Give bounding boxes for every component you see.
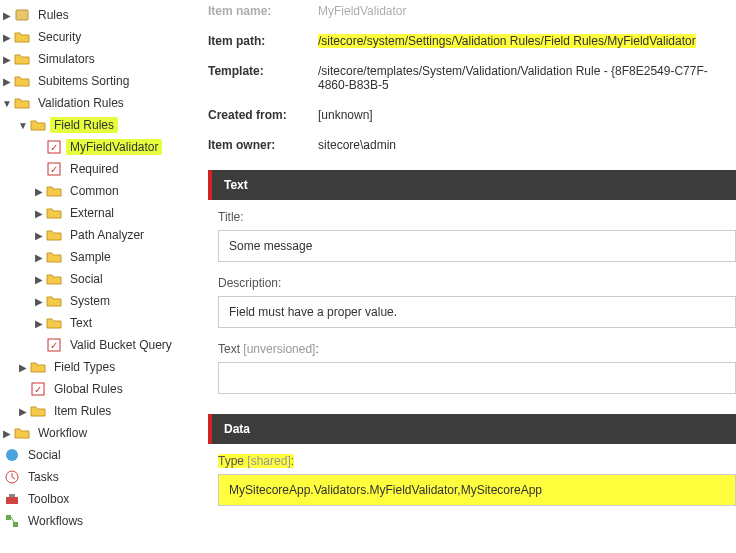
description-input[interactable] xyxy=(218,296,736,328)
item-owner-value: sitecore\admin xyxy=(318,138,736,152)
tree-label: Item Rules xyxy=(50,403,115,419)
tree-label: Field Types xyxy=(50,359,119,375)
description-group: Description: xyxy=(208,276,736,342)
tree-label: Social xyxy=(24,447,65,463)
tree-label: Text xyxy=(66,315,96,331)
social-icon xyxy=(4,447,20,463)
tree-node-sample[interactable]: ▶ Sample xyxy=(2,246,198,268)
folder-icon xyxy=(46,183,62,199)
tree-node-tasks[interactable]: Tasks xyxy=(2,466,198,488)
tree-node-required[interactable]: ▶ ✓ Required xyxy=(2,158,198,180)
item-owner-row: Item owner: sitecore\admin xyxy=(208,134,736,164)
text-group: Text [unversioned]: xyxy=(208,342,736,408)
folder-icon xyxy=(30,359,46,375)
expand-arrow[interactable]: ▶ xyxy=(34,186,44,197)
folder-icon xyxy=(46,315,62,331)
tree-node-subitems-sorting[interactable]: ▶ Subitems Sorting xyxy=(2,70,198,92)
item-name-value: MyFieldValidator xyxy=(318,4,736,18)
expand-arrow[interactable]: ▶ xyxy=(2,10,12,21)
tree-label: Path Analyzer xyxy=(66,227,148,243)
template-row: Template: /sitecore/templates/System/Val… xyxy=(208,60,736,104)
folder-icon xyxy=(14,29,30,45)
expand-arrow[interactable]: ▶ xyxy=(34,318,44,329)
expand-arrow[interactable]: ▶ xyxy=(2,76,12,87)
tree-node-validation-rules[interactable]: ▼ Validation Rules xyxy=(2,92,198,114)
tree-node-text[interactable]: ▶ Text xyxy=(2,312,198,334)
expand-arrow[interactable]: ▶ xyxy=(34,230,44,241)
tree-node-toolbox[interactable]: Toolbox xyxy=(2,488,198,510)
content-tree: ▶ Rules ▶ Security ▶ Simulators ▶ Subite… xyxy=(0,0,198,553)
svg-point-9 xyxy=(6,449,18,461)
svg-rect-12 xyxy=(9,494,15,497)
title-group: Title: xyxy=(208,210,736,276)
expand-arrow[interactable]: ▶ xyxy=(34,208,44,219)
template-value: /sitecore/templates/System/Validation/Va… xyxy=(318,64,736,92)
tree-label: Valid Bucket Query xyxy=(66,337,176,353)
validator-icon: ✓ xyxy=(46,337,62,353)
tree-node-social-root[interactable]: Social xyxy=(2,444,198,466)
section-text[interactable]: Text xyxy=(208,170,736,200)
collapse-arrow[interactable]: ▼ xyxy=(18,120,28,131)
tree-label: Social xyxy=(66,271,107,287)
tree-label: Workflow xyxy=(34,425,91,441)
content-editor: Item name: MyFieldValidator Item path: /… xyxy=(198,0,736,553)
template-label: Template: xyxy=(208,64,318,92)
svg-text:✓: ✓ xyxy=(50,164,58,175)
folder-icon xyxy=(14,95,30,111)
rules-icon xyxy=(14,7,30,23)
tree-node-system[interactable]: ▶ System xyxy=(2,290,198,312)
folder-icon xyxy=(46,205,62,221)
description-label: Description: xyxy=(218,276,736,290)
tree-node-common[interactable]: ▶ Common xyxy=(2,180,198,202)
tree-node-rules[interactable]: ▶ Rules xyxy=(2,4,198,26)
tree-node-valid-bucket-query[interactable]: ▶ ✓ Valid Bucket Query xyxy=(2,334,198,356)
tree-label: External xyxy=(66,205,118,221)
tree-node-security[interactable]: ▶ Security xyxy=(2,26,198,48)
tree-label: Security xyxy=(34,29,85,45)
tree-node-item-rules[interactable]: ▶ Item Rules xyxy=(2,400,198,422)
expand-arrow[interactable]: ▶ xyxy=(34,296,44,307)
expand-arrow[interactable]: ▶ xyxy=(2,54,12,65)
expand-arrow[interactable]: ▶ xyxy=(34,274,44,285)
tree-node-external[interactable]: ▶ External xyxy=(2,202,198,224)
expand-arrow[interactable]: ▶ xyxy=(2,32,12,43)
tree-node-field-types[interactable]: ▶ Field Types xyxy=(2,356,198,378)
type-input[interactable] xyxy=(218,474,736,506)
type-group: Type [shared]: xyxy=(208,454,736,520)
expand-arrow[interactable]: ▶ xyxy=(18,362,28,373)
tree-node-global-rules[interactable]: ▶ ✓ Global Rules xyxy=(2,378,198,400)
folder-icon xyxy=(46,293,62,309)
item-owner-label: Item owner: xyxy=(208,138,318,152)
tree-label: Common xyxy=(66,183,123,199)
toolbox-icon xyxy=(4,491,20,507)
created-from-label: Created from: xyxy=(208,108,318,122)
tree-label: Subitems Sorting xyxy=(34,73,133,89)
item-path-value: /sitecore/system/Settings/Validation Rul… xyxy=(318,34,736,48)
tree-node-simulators[interactable]: ▶ Simulators xyxy=(2,48,198,70)
svg-rect-0 xyxy=(16,10,28,20)
tree-label: Workflows xyxy=(24,513,87,529)
tree-label: Tasks xyxy=(24,469,63,485)
title-input[interactable] xyxy=(218,230,736,262)
tree-node-myfieldvalidator[interactable]: ▶ ✓ MyFieldValidator xyxy=(2,136,198,158)
text-input[interactable] xyxy=(218,362,736,394)
folder-icon xyxy=(14,425,30,441)
section-data[interactable]: Data xyxy=(208,414,736,444)
tree-label: Sample xyxy=(66,249,115,265)
tree-node-workflows[interactable]: Workflows xyxy=(2,510,198,532)
svg-rect-13 xyxy=(6,515,11,520)
expand-arrow[interactable]: ▶ xyxy=(18,406,28,417)
collapse-arrow[interactable]: ▼ xyxy=(2,98,12,109)
folder-icon xyxy=(46,227,62,243)
folder-icon xyxy=(30,403,46,419)
created-from-value: [unknown] xyxy=(318,108,736,122)
validator-icon: ✓ xyxy=(46,161,62,177)
tree-node-workflow[interactable]: ▶ Workflow xyxy=(2,422,198,444)
folder-icon xyxy=(30,117,46,133)
expand-arrow[interactable]: ▶ xyxy=(34,252,44,263)
tree-node-field-rules[interactable]: ▼ Field Rules xyxy=(2,114,198,136)
tree-node-path-analyzer[interactable]: ▶ Path Analyzer xyxy=(2,224,198,246)
tree-node-social[interactable]: ▶ Social xyxy=(2,268,198,290)
expand-arrow[interactable]: ▶ xyxy=(2,428,12,439)
tree-label: MyFieldValidator xyxy=(66,139,162,155)
